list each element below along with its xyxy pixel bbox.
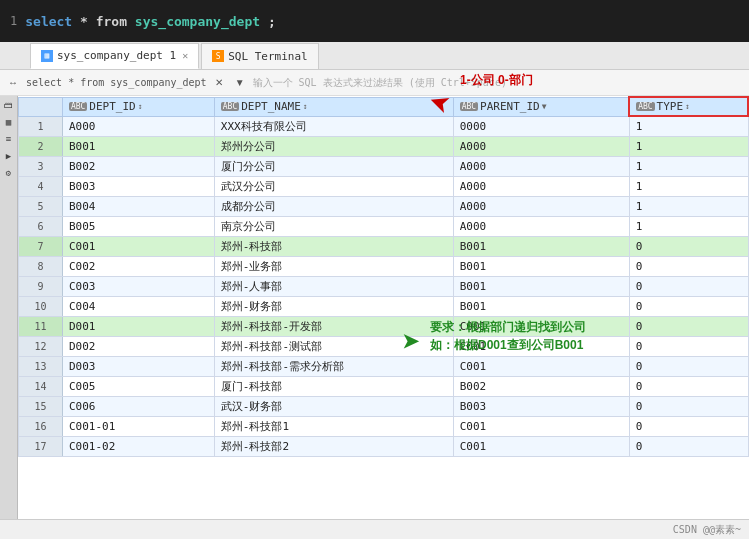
table-row: 8C002郑州-业务部B0010 [19,256,749,276]
cell-dept_id: B005 [62,216,214,236]
cell-parent_id: C001 [453,336,629,356]
col-parent-id[interactable]: ABC PARENT_ID ▼ [453,97,629,116]
filter-hint: 输入一个 SQL 表达式来过滤结果 (使用 Ctrl+Space) [253,76,745,90]
tab-label-1: sys_company_dept 1 [57,49,176,62]
cell-parent_id: A000 [453,156,629,176]
row-number: 3 [19,156,63,176]
cell-dept_name: 成都分公司 [214,196,453,216]
table-row: 9C003郑州-人事部B0010 [19,276,749,296]
cell-dept_name: 武汉分公司 [214,176,453,196]
cell-dept_name: XXX科技有限公司 [214,116,453,136]
cell-dept_id: B002 [62,156,214,176]
cell-type: 0 [629,436,748,456]
table-row: 1A000XXX科技有限公司00001 [19,116,749,136]
cell-type: 1 [629,216,748,236]
filter-icon[interactable]: ≡ [2,132,16,146]
cell-dept_id: C001 [62,236,214,256]
cell-dept_name: 郑州-科技部2 [214,436,453,456]
run-icon[interactable]: ▶ [2,149,16,163]
cell-type: 0 [629,256,748,276]
filter-options-btn[interactable]: ▼ [231,76,249,89]
cell-type: 1 [629,156,748,176]
cell-parent_id: B001 [453,296,629,316]
cell-dept_id: C005 [62,376,214,396]
cell-dept_name: 郑州-科技部-开发部 [214,316,453,336]
table-row: 5B004成都分公司A0001 [19,196,749,216]
table-row: 15C006武汉-财务部B0030 [19,396,749,416]
col-dept-id[interactable]: ABC DEPT_ID ↕ [62,97,214,116]
data-table: ABC DEPT_ID ↕ ABC DEPT_NAME ↕ [18,96,749,457]
cell-type: 0 [629,356,748,376]
status-credit: CSDN @@素素~ [673,523,741,537]
row-number: 6 [19,216,63,236]
col-rownum [19,97,63,116]
row-number: 7 [19,236,63,256]
sql-icon: S [212,50,224,62]
col-type[interactable]: ABC TYPE ↕ [629,97,748,116]
cell-dept_id: C001-01 [62,416,214,436]
settings-icon[interactable]: ⚙ [2,166,16,180]
cell-parent_id: A000 [453,216,629,236]
cell-dept_id: C002 [62,256,214,276]
cell-type: 0 [629,376,748,396]
row-number: 2 [19,136,63,156]
table-header-row: ABC DEPT_ID ↕ ABC DEPT_NAME ↕ [19,97,749,116]
filter-clear-btn[interactable]: ✕ [211,76,227,89]
row-number: 13 [19,356,63,376]
line-number: 1 [10,14,17,28]
cell-parent_id: B001 [453,256,629,276]
filter-toggle-btn[interactable]: ↔ [4,76,22,89]
row-number: 9 [19,276,63,296]
toolbar: ↔ select * from sys_company_dept ✕ ▼ 输入一… [0,70,749,96]
table-row: 7C001郑州-科技部B0010 [19,236,749,256]
cell-parent_id: C001 [453,416,629,436]
tab-sql-terminal[interactable]: S SQL Terminal [201,43,318,69]
row-number: 16 [19,416,63,436]
col-dept-name[interactable]: ABC DEPT_NAME ↕ [214,97,453,116]
cell-dept_name: 郑州-财务部 [214,296,453,316]
cell-parent_id: A000 [453,196,629,216]
cell-dept_name: 厦门-科技部 [214,376,453,396]
table-row: 6B005南京分公司A0001 [19,216,749,236]
cell-type: 0 [629,336,748,356]
cell-dept_id: D001 [62,316,214,336]
row-number: 11 [19,316,63,336]
table-icon: ▦ [41,50,53,62]
cell-dept_name: 郑州-科技部-需求分析部 [214,356,453,376]
cell-dept_name: 南京分公司 [214,216,453,236]
cell-parent_id: C001 [453,356,629,376]
cell-dept_id: A000 [62,116,214,136]
cell-parent_id: A000 [453,176,629,196]
tab-close-btn[interactable]: ✕ [182,50,188,61]
cell-dept_name: 厦门分公司 [214,156,453,176]
cell-type: 1 [629,136,748,156]
content-area: 🗃 ▦ ≡ ▶ ⚙ ABC DEPT_ID ↕ [0,96,749,519]
cell-parent_id: B001 [453,276,629,296]
cell-dept_id: C001-02 [62,436,214,456]
grid-icon[interactable]: ▦ [2,115,16,129]
cell-dept_name: 郑州-科技部1 [214,416,453,436]
cell-dept_name: 武汉-财务部 [214,396,453,416]
cell-dept_name: 郑州分公司 [214,136,453,156]
cell-parent_id: C001 [453,316,629,336]
cell-type: 0 [629,396,748,416]
table-body: 1A000XXX科技有限公司000012B001郑州分公司A00013B002厦… [19,116,749,456]
sql-editor[interactable]: 1 select * from sys_company_dept ; [0,0,749,42]
table-row: 12D002郑州-科技部-测试部C0010 [19,336,749,356]
table-row: 10C004郑州-财务部B0010 [19,296,749,316]
cell-type: 1 [629,176,748,196]
tab-label-2: SQL Terminal [228,50,307,63]
cell-parent_id: B003 [453,396,629,416]
filter-sql-label: select * from sys_company_dept [26,77,207,88]
tab-sys-company-dept[interactable]: ▦ sys_company_dept 1 ✕ [30,43,199,69]
table-row: 3B002厦门分公司A0001 [19,156,749,176]
cell-dept_id: C004 [62,296,214,316]
cell-dept_id: C006 [62,396,214,416]
cell-dept_name: 郑州-科技部 [214,236,453,256]
row-number: 12 [19,336,63,356]
row-number: 1 [19,116,63,136]
left-sidebar: 🗃 ▦ ≡ ▶ ⚙ [0,96,18,519]
data-table-container[interactable]: ABC DEPT_ID ↕ ABC DEPT_NAME ↕ [18,96,749,519]
db-icon[interactable]: 🗃 [2,98,16,112]
cell-type: 0 [629,296,748,316]
